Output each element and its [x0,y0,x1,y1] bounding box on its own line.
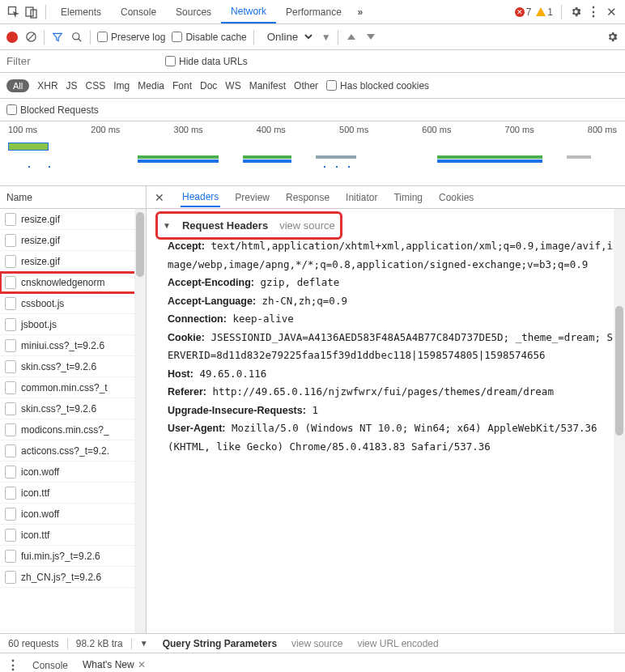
filter-doc[interactable]: Doc [200,80,217,91]
timeline-label: 400 ms [257,125,286,134]
disable-cache-label: Disable cache [185,32,246,43]
tab-network[interactable]: Network [221,1,276,23]
detail-tab-cookies[interactable]: Cookies [437,189,475,206]
svg-point-5 [73,32,79,39]
network-settings-gear-icon[interactable] [606,31,619,44]
request-row[interactable]: resize.gif [0,209,146,230]
search-icon[interactable] [70,31,83,44]
drawer-menu-icon[interactable]: ⋮ [6,657,19,672]
svg-line-4 [28,33,35,40]
request-name: resize.gif [21,256,60,267]
request-row[interactable]: resize.gif [0,251,146,272]
close-devtools-icon[interactable]: ✕ [602,3,620,21]
tab-console[interactable]: Console [111,2,166,23]
filter-js[interactable]: JS [66,80,78,91]
gear-icon[interactable] [567,3,585,21]
column-header-name[interactable]: Name [0,186,146,209]
request-name: resize.gif [21,235,60,246]
clear-icon[interactable] [24,31,37,44]
details-scrollbar[interactable] [614,209,625,633]
header-accept: Accept: text/html,application/xhtml+xml,… [158,237,614,274]
file-icon [5,487,16,500]
request-row[interactable]: cssboot.js [0,293,146,314]
filter-ws[interactable]: WS [225,80,240,91]
request-headers-section[interactable]: ▼ Request Headers view source [158,214,340,237]
file-icon [5,276,16,289]
header-cookie: Cookie: JSESSIONID_JAVA=A4136AED583F48A5… [158,329,614,365]
blocked-requests-checkbox[interactable]: Blocked Requests [6,104,99,116]
filter-xhr[interactable]: XHR [37,80,57,91]
detail-tab-initiator[interactable]: Initiator [344,189,379,206]
close-icon[interactable]: ✕ [138,659,146,670]
preserve-log-checkbox[interactable]: Preserve log [97,32,165,43]
inspect-element-icon[interactable] [5,3,23,21]
device-toggle-icon[interactable] [23,3,40,21]
filter-css[interactable]: CSS [86,80,106,91]
tab-performance[interactable]: Performance [276,2,351,23]
detail-tab-headers[interactable]: Headers [181,188,220,207]
request-row[interactable]: fui.min.js?_t=9.2.6 [0,546,146,567]
warning-count-value: 1 [547,6,553,18]
throttle-select[interactable]: Online [261,28,315,45]
svg-line-6 [79,38,82,41]
more-tabs-icon[interactable]: » [351,3,369,21]
timeline-overview[interactable]: 100 ms 200 ms 300 ms 400 ms 500 ms 600 m… [0,121,625,186]
request-row[interactable]: resize.gif [0,230,146,251]
request-name: fui.min.js?_t=9.2.6 [21,551,100,562]
request-row[interactable]: common.min.css?_t [0,377,146,398]
tab-sources[interactable]: Sources [166,2,221,23]
download-har-icon[interactable] [364,31,377,44]
status-transfer: 98.2 kB tra [68,638,132,649]
filter-manifest[interactable]: Manifest [249,80,286,91]
request-row[interactable]: modicons.min.css?_ [0,419,146,440]
request-row[interactable]: cnsknowledgenorm [0,272,146,293]
detail-tab-response[interactable]: Response [284,189,331,206]
filter-all[interactable]: All [6,79,29,92]
record-button[interactable] [6,32,18,43]
detail-tab-timing[interactable]: Timing [392,189,424,206]
request-row[interactable]: jsboot.js [0,314,146,335]
qsp-view-source[interactable]: view source [291,638,342,649]
disable-cache-checkbox[interactable]: Disable cache [172,32,246,43]
request-row[interactable]: icon.ttf [0,525,146,546]
request-row[interactable]: skin.css?_t=9.2.6 [0,356,146,377]
hide-data-urls-checkbox[interactable]: Hide data URLs [165,56,248,67]
request-list: resize.gifresize.gifresize.gifcnsknowled… [0,209,146,633]
filter-img[interactable]: Img [113,80,130,91]
file-icon [5,571,16,584]
section-title: Request Headers [182,216,268,235]
header-accept-encoding: Accept-Encoding: gzip, deflate [158,274,614,292]
drawer-tab-whatsnew[interactable]: What's New✕ [81,656,147,673]
filter-input[interactable] [6,55,152,67]
request-row[interactable]: icon.woff [0,504,146,525]
qsp-title[interactable]: Query String Parameters [163,638,277,649]
file-icon [5,550,16,563]
request-row[interactable]: zh_CN.js?_t=9.2.6 [0,567,146,588]
filter-media[interactable]: Media [138,80,164,91]
request-row[interactable]: icon.woff [0,461,146,483]
detail-tab-preview[interactable]: Preview [233,189,271,206]
error-count[interactable]: ✕ 7 1 [515,6,553,18]
has-blocked-cookies-checkbox[interactable]: Has blocked cookies [326,80,429,91]
sidebar-scrollbar[interactable] [134,209,146,633]
view-source-link[interactable]: view source [279,216,335,235]
close-details-icon[interactable]: ✕ [151,191,168,204]
header-user-agent: User-Agent: Mozilla/5.0 (Windows NT 10.0… [158,419,614,456]
tab-elements[interactable]: Elements [51,2,111,23]
filter-other[interactable]: Other [294,80,318,91]
request-name: resize.gif [21,214,60,225]
request-row[interactable]: icon.ttf [0,483,146,504]
filter-font[interactable]: Font [172,80,192,91]
filter-icon[interactable] [51,31,64,44]
request-row[interactable]: miniui.css?_t=9.2.6 [0,335,146,356]
request-row[interactable]: skin.css?_t=9.2.6 [0,398,146,419]
qsp-view-url-encoded[interactable]: view URL encoded [357,638,438,649]
drawer-tab-console[interactable]: Console [31,657,70,673]
file-icon [5,297,16,310]
timeline-label: 200 ms [91,125,120,134]
kebab-menu-icon[interactable]: ⋮ [585,3,602,21]
request-row[interactable]: acticons.css?_t=9.2. [0,440,146,461]
file-icon [5,423,16,436]
upload-har-icon[interactable] [345,31,358,44]
request-name: icon.ttf [21,487,49,499]
